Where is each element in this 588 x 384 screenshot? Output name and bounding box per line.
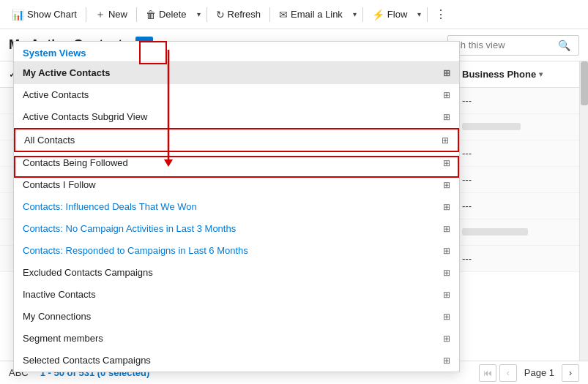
row-phone-cell bbox=[462, 121, 579, 132]
refresh-button[interactable]: ↻ Refresh bbox=[210, 4, 267, 26]
chart-icon: 📊 bbox=[12, 9, 24, 20]
col-phone-label: Business Phone bbox=[462, 69, 536, 80]
pin-icon: ⊞ bbox=[443, 180, 450, 190]
col-phone-header[interactable]: Business Phone ▾ bbox=[462, 69, 579, 80]
dropdown-item-inactive[interactable]: Inactive Contacts ⊞ bbox=[14, 284, 459, 306]
dropdown-item-label: Contacts: Influenced Deals That We Won bbox=[23, 201, 197, 212]
more-button[interactable]: ⋮ bbox=[431, 4, 451, 26]
dropdown-item-label: Active Contacts bbox=[23, 89, 89, 100]
email-chevron-icon: ▾ bbox=[353, 10, 357, 18]
pin-icon: ⊞ bbox=[443, 112, 450, 122]
new-label: New bbox=[108, 9, 127, 20]
scrollbar-thumb[interactable] bbox=[581, 61, 588, 105]
dropdown-item-label: Active Contacts Subgrid View bbox=[23, 111, 147, 122]
dropdown-item-influenced-deals[interactable]: Contacts: Influenced Deals That We Won ⊞ bbox=[14, 196, 459, 218]
row-phone-cell: --- bbox=[462, 174, 579, 185]
dropdown-item-my-connections[interactable]: My Connections ⊞ bbox=[14, 306, 459, 328]
dropdown-item-responded-campaigns[interactable]: Contacts: Responded to Campaigns in Last… bbox=[14, 240, 459, 262]
dropdown-item-label: Inactive Contacts bbox=[23, 289, 96, 300]
pin-icon: ⊞ bbox=[443, 334, 450, 344]
dropdown-item-label: Segment members bbox=[23, 333, 103, 344]
flow-icon: ⚡ bbox=[372, 9, 384, 20]
pin-icon: ⊞ bbox=[443, 246, 450, 256]
divider-6 bbox=[427, 7, 428, 22]
dropdown-item-contacts-followed[interactable]: Contacts Being Followed ⊞ bbox=[14, 152, 459, 174]
dropdown-item-active-contacts[interactable]: Active Contacts ⊞ bbox=[14, 84, 459, 106]
pin-icon: ⊞ bbox=[443, 158, 450, 168]
dropdown-item-selected-campaigns[interactable]: Selected Contacts Campaigns ⊞ bbox=[14, 350, 459, 372]
dropdown-item-active-subgrid[interactable]: Active Contacts Subgrid View ⊞ bbox=[14, 106, 459, 128]
email-icon: ✉ bbox=[279, 9, 288, 20]
dropdown-item-contacts-i-follow[interactable]: Contacts I Follow ⊞ bbox=[14, 174, 459, 196]
dropdown-item-segment-members[interactable]: Segment members ⊞ bbox=[14, 328, 459, 350]
email-dropdown-button[interactable]: ▾ bbox=[350, 4, 360, 26]
page-label: Page 1 bbox=[520, 367, 559, 378]
email-link-button[interactable]: ✉ Email a Link bbox=[273, 4, 349, 26]
view-dropdown[interactable]: System Views My Active Contacts ⊞ Active… bbox=[13, 41, 460, 372]
pin-icon: ⊞ bbox=[443, 202, 450, 212]
view-header-right: 🔍 bbox=[447, 35, 579, 56]
divider-5 bbox=[362, 7, 363, 22]
delete-chevron-icon: ▾ bbox=[197, 10, 201, 18]
dropdown-section-header: System Views bbox=[14, 42, 459, 62]
show-chart-label: Show Chart bbox=[27, 9, 77, 20]
pin-icon: ⊞ bbox=[443, 68, 450, 78]
dropdown-item-label: Selected Contacts Campaigns bbox=[23, 355, 151, 366]
row-phone-cell: --- bbox=[462, 95, 579, 106]
footer-nav: ⏮ ‹ Page 1 › bbox=[479, 364, 579, 382]
row-phone-cell: --- bbox=[462, 253, 579, 264]
dropdown-item-label: My Active Contacts bbox=[23, 67, 110, 78]
pin-icon: ⊞ bbox=[443, 290, 450, 300]
pin-icon: ⊞ bbox=[443, 224, 450, 234]
dropdown-item-label: Contacts Being Followed bbox=[23, 157, 128, 168]
dropdown-item-label: Excluded Contacts Campaigns bbox=[23, 267, 153, 278]
dropdown-item-excluded-campaigns[interactable]: Excluded Contacts Campaigns ⊞ bbox=[14, 262, 459, 284]
first-page-button[interactable]: ⏮ bbox=[479, 364, 496, 382]
dropdown-item-no-campaign[interactable]: Contacts: No Campaign Activities in Last… bbox=[14, 218, 459, 240]
search-box[interactable]: 🔍 bbox=[447, 35, 579, 56]
refresh-icon: ↻ bbox=[216, 9, 225, 20]
dropdown-item-label: Contacts: Responded to Campaigns in Last… bbox=[23, 245, 248, 256]
divider-2 bbox=[136, 7, 137, 22]
dropdown-item-label: Contacts: No Campaign Activities in Last… bbox=[23, 223, 236, 234]
delete-dropdown-button[interactable]: ▾ bbox=[194, 4, 204, 26]
col-phone-chevron-icon: ▾ bbox=[539, 70, 543, 78]
divider-3 bbox=[206, 7, 207, 22]
scrollbar[interactable] bbox=[579, 61, 588, 361]
search-input[interactable] bbox=[453, 39, 555, 50]
dropdown-item-label: My Connections bbox=[23, 311, 91, 322]
row-phone-cell bbox=[462, 227, 579, 238]
plus-icon: ＋ bbox=[95, 8, 105, 21]
row-phone-cell: --- bbox=[462, 148, 579, 159]
delete-button[interactable]: 🗑 Delete bbox=[140, 4, 193, 26]
flow-chevron-icon: ▾ bbox=[417, 10, 421, 18]
dropdown-item-my-active-contacts[interactable]: My Active Contacts ⊞ bbox=[14, 62, 459, 84]
pin-icon: ⊞ bbox=[443, 355, 450, 366]
divider-4 bbox=[269, 7, 270, 22]
divider-1 bbox=[86, 7, 86, 22]
show-chart-button[interactable]: 📊 Show Chart bbox=[6, 4, 83, 26]
flow-dropdown-button[interactable]: ▾ bbox=[414, 4, 424, 26]
delete-label: Delete bbox=[159, 9, 187, 20]
trash-icon: 🗑 bbox=[146, 9, 156, 20]
pin-icon: ⊞ bbox=[443, 90, 450, 100]
dropdown-item-all-contacts[interactable]: All Contacts ⊞ bbox=[14, 128, 459, 152]
next-page-button[interactable]: › bbox=[562, 364, 579, 382]
pin-icon: ⊞ bbox=[443, 268, 450, 278]
email-link-label: Email a Link bbox=[291, 9, 343, 20]
dropdown-item-label: All Contacts bbox=[24, 135, 75, 146]
toolbar: 📊 Show Chart ＋ New 🗑 Delete ▾ ↻ Refresh … bbox=[0, 0, 588, 29]
flow-label: Flow bbox=[387, 9, 407, 20]
new-button[interactable]: ＋ New bbox=[89, 4, 133, 26]
dropdown-item-label: Contacts I Follow bbox=[23, 179, 96, 190]
refresh-label: Refresh bbox=[228, 9, 261, 20]
search-icon: 🔍 bbox=[558, 39, 570, 51]
flow-button[interactable]: ⚡ Flow bbox=[366, 4, 413, 26]
pin-icon: ⊞ bbox=[442, 135, 449, 146]
prev-page-button[interactable]: ‹ bbox=[499, 364, 517, 382]
row-phone-cell: --- bbox=[462, 200, 579, 211]
pin-icon: ⊞ bbox=[443, 312, 450, 322]
